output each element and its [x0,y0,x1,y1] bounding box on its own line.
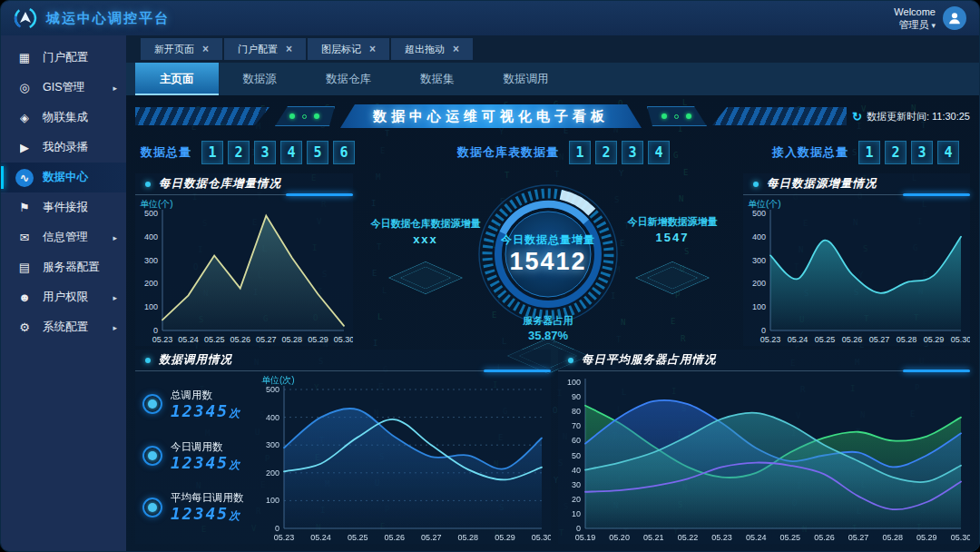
svg-text:100: 100 [144,302,158,311]
user-avatar[interactable] [943,6,966,30]
panel-title: 每日平均服务器占用情况 [582,352,717,368]
close-icon[interactable]: × [286,43,292,55]
user-icon: ☻ [15,289,34,307]
gauge-center: 今日数据总量增量 15412 [501,232,595,276]
stat-item: 今日调用数12345次 [142,440,257,472]
svg-text:30: 30 [572,480,581,489]
stat-label: 平均每日调用数 [171,491,244,505]
stat-value: 12345次 [171,402,240,420]
svg-text:05.24: 05.24 [746,533,767,542]
counter-label: 接入数据总量 [772,144,848,161]
subtab-2[interactable]: 数据源 [219,63,302,95]
target-icon [142,394,162,414]
banner-row: 数据中心运维可视化电子看板 ↻ 数据更新时间: 11:30:25 [135,101,970,132]
warehouse-daily-chart: 010020030040050005.2305.2405.2505.2605.2… [135,195,353,346]
sidebar-item-label: 用户权限 [43,290,88,305]
tabbar: 新开页面×门户配置×图层标记×超出拖动× [126,35,979,63]
call-stats: 总调用数12345次今日调用数12345次平均每日调用数12345次 [135,371,257,544]
sidebar-item-iot[interactable]: ◈物联集成 [1,103,126,133]
sidebar-item-chart[interactable]: ∿数据中心 [1,163,126,192]
svg-text:05.27: 05.27 [848,533,869,542]
banner-stripes-left [135,107,270,125]
svg-text:05.23: 05.23 [711,533,732,542]
digit-box: 2 [885,141,906,164]
sidebar-item-label: 我的录播 [43,140,88,155]
message-icon: ✉ [15,229,34,247]
tab-3[interactable]: 图层标记× [308,38,389,60]
sidebar-item-grid[interactable]: ▦门户配置 [1,43,126,73]
chevron-right-icon: ▸ [113,233,117,242]
svg-text:50: 50 [572,451,581,460]
panel-header: 每日数据仓库增量情况 [135,173,353,195]
sidebar-item-label: 服务器配置 [43,260,100,275]
gis-icon: ◎ [15,79,34,97]
sidebar-item-user[interactable]: ☻用户权限▸ [1,282,126,312]
panel-header: 每日平均服务器占用情况 [558,350,970,371]
tab-label: 新开页面 [154,43,194,56]
counter-label: 数据总量 [141,144,191,161]
chevron-down-icon[interactable]: ▾ [931,21,936,30]
svg-text:200: 200 [144,279,158,288]
close-icon[interactable]: × [202,43,209,55]
chevron-right-icon: ▸ [113,84,117,93]
bullet-icon [753,182,759,187]
sidebar-item-event[interactable]: ⚑事件接报 [1,192,126,222]
svg-text:400: 400 [144,232,158,242]
datasource-daily-chart: 010020030040050005.2305.2405.2505.2605.2… [743,195,970,346]
svg-text:300: 300 [266,440,279,449]
svg-text:05.24: 05.24 [178,335,199,344]
subtab-1[interactable]: 主页面 [135,63,219,95]
tab-4[interactable]: 超出拖动× [391,38,473,60]
digit-box: 3 [254,141,276,164]
svg-text:10: 10 [572,509,581,518]
tab-2[interactable]: 门户配置× [224,38,306,60]
target-icon [142,446,162,466]
tab-label: 图层标记 [321,43,361,56]
stat-item: 总调用数12345次 [142,389,257,420]
svg-text:70: 70 [572,421,581,430]
close-icon[interactable]: × [369,43,376,55]
sidebar-item-video[interactable]: ▶我的录播 [1,133,126,163]
user-name: 管理员 [898,19,928,30]
panel-title: 每日数据源增量情况 [767,176,877,192]
svg-text:400: 400 [752,232,766,242]
digit-box: 4 [648,141,670,164]
svg-text:05.26: 05.26 [814,533,835,542]
panel-header: 每日数据源增量情况 [743,173,970,195]
svg-text:05.25: 05.25 [204,335,225,344]
sidebar-item-gear[interactable]: ⚙系统配置▸ [1,312,126,342]
digit-box: 1 [858,141,880,164]
close-icon[interactable]: × [453,43,459,55]
subtab-4[interactable]: 数据集 [396,63,479,95]
chart-icon: ∿ [15,169,34,187]
svg-text:05.20: 05.20 [609,533,630,542]
tab-1[interactable]: 新开页面× [141,38,222,60]
banner-dot-group-right [647,106,707,126]
video-icon: ▶ [15,139,34,157]
sidebar-item-server[interactable]: ▤服务器配置 [1,252,126,282]
dashboard: PERVISIONSYSTEMINTEEMINTELLIGENTSUPERVSU… [126,95,979,551]
subtab-3[interactable]: 数据仓库 [301,63,396,95]
svg-text:05.27: 05.27 [421,533,442,542]
svg-text:90: 90 [572,392,581,401]
subtabs: 主页面数据源数据仓库数据集数据调用 [126,63,979,95]
iot-icon: ◈ [15,109,34,127]
panel-server-usage: 每日平均服务器占用情况 010203040506070809010005.190… [558,350,970,544]
sidebar-item-gis[interactable]: ◎GIS管理▸ [1,73,126,103]
gear-icon: ⚙ [15,319,34,337]
sidebar-item-message[interactable]: ✉信息管理▸ [1,222,126,252]
digit-box: 1 [201,141,223,164]
unit-label: 单位(个) [748,198,781,211]
svg-text:05.22: 05.22 [678,533,699,542]
sidebar-item-label: 系统配置 [43,320,88,335]
svg-text:200: 200 [752,279,766,288]
subtab-5[interactable]: 数据调用 [479,63,573,95]
svg-text:05.26: 05.26 [230,335,250,344]
svg-text:05.24: 05.24 [788,335,808,344]
banner-stripes-right [712,107,847,125]
svg-text:05.28: 05.28 [282,335,303,344]
refresh-icon[interactable]: ↻ [852,110,862,123]
counter-row: 数据总量123456数据仓库表数据量1234接入数据总量1234 [135,135,970,170]
bullet-icon [145,358,151,363]
dashboard-title: 数据中心运维可视化电子看板 [340,104,642,128]
